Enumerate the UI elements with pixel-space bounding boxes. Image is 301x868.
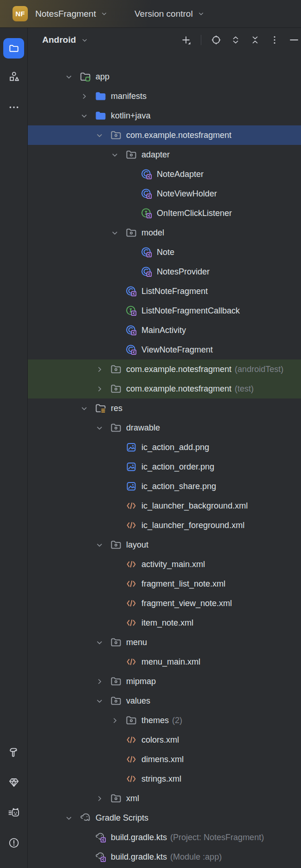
- tree-row[interactable]: manifests: [28, 86, 301, 106]
- tree-row[interactable]: com.example.notesfragment(test): [28, 379, 301, 398]
- tree-row[interactable]: activity_main.xml: [28, 555, 301, 574]
- tool-window-button-app-quality-insights[interactable]: [8, 777, 20, 789]
- tree-item-label: NoteViewHolder: [157, 189, 217, 199]
- tree-row[interactable]: item_note.xml: [28, 613, 301, 633]
- tree-row[interactable]: ListNoteFragment: [28, 281, 301, 301]
- tree-row[interactable]: values: [28, 691, 301, 711]
- tree-row[interactable]: layout: [28, 535, 301, 555]
- tree-row[interactable]: com.example.notesfragment: [28, 125, 301, 145]
- xml-file-icon: [125, 617, 137, 629]
- tree-row[interactable]: menu_main.xml: [28, 652, 301, 672]
- project-folder-icon: [8, 42, 20, 54]
- build-hammer-icon: [8, 746, 20, 758]
- chevron-down-icon[interactable]: [95, 131, 104, 140]
- tree-row[interactable]: com.example.notesfragment(androidTest): [28, 359, 301, 379]
- expand-all-icon: [230, 34, 241, 46]
- project-widget[interactable]: NotesFragment: [32, 6, 110, 22]
- chevron-down-icon[interactable]: [95, 638, 104, 647]
- tree-row[interactable]: Note: [28, 242, 301, 262]
- tree-row[interactable]: ViewNoteFragment: [28, 340, 301, 359]
- tree-row[interactable]: dimens.xml: [28, 750, 301, 769]
- tree-row[interactable]: build.gradle.kts(Project: NotesFragment): [28, 828, 301, 847]
- tree-item-label: NoteAdapter: [157, 170, 204, 179]
- android-studio-window: NF NotesFragment Version control Android: [0, 0, 301, 868]
- chevron-right-icon[interactable]: [95, 365, 104, 374]
- tree-row[interactable]: fragment_list_note.xml: [28, 574, 301, 594]
- chevron-spacer: [110, 774, 119, 783]
- xml-file-icon: [125, 773, 137, 785]
- tree-row[interactable]: NotesProvider: [28, 262, 301, 281]
- chevron-down-icon[interactable]: [110, 228, 119, 237]
- kotlin-interface-icon: [125, 305, 137, 317]
- chevron-down-icon[interactable]: [95, 696, 104, 705]
- chevron-spacer: [110, 735, 119, 744]
- tree-row[interactable]: model: [28, 223, 301, 242]
- tree-row[interactable]: mipmap: [28, 672, 301, 691]
- vcs-widget[interactable]: Version control: [132, 6, 207, 22]
- hide-button[interactable]: [288, 34, 300, 46]
- kotlin-class-icon: [141, 168, 153, 180]
- tree-item-label: ic_action_order.png: [141, 462, 214, 472]
- collapse-all-button[interactable]: [249, 34, 261, 46]
- tree-row[interactable]: kotlin+java: [28, 106, 301, 125]
- tree-row[interactable]: app: [28, 67, 301, 86]
- tree-row[interactable]: Gradle Scripts: [28, 808, 301, 828]
- expand-all-button[interactable]: [230, 34, 242, 46]
- tool-window-button-logcat[interactable]: [8, 807, 20, 819]
- add-button[interactable]: [180, 34, 192, 46]
- chevron-right-icon[interactable]: [110, 716, 119, 725]
- tree-row[interactable]: ListNoteFragmentCallback: [28, 301, 301, 320]
- tree-row[interactable]: drawable: [28, 418, 301, 437]
- chevron-down-icon[interactable]: [64, 72, 73, 81]
- tree-row[interactable]: menu: [28, 633, 301, 652]
- chevron-right-icon[interactable]: [95, 677, 104, 686]
- more-options-button[interactable]: [269, 34, 281, 46]
- tree-item-suffix: (androidTest): [235, 365, 283, 374]
- tree-row[interactable]: xml: [28, 789, 301, 808]
- tree-row[interactable]: MainActivity: [28, 320, 301, 340]
- tree-row[interactable]: themes(2): [28, 711, 301, 730]
- tool-window-button-build[interactable]: [8, 746, 20, 758]
- tree-row[interactable]: build.gradle.kts(Module :app): [28, 847, 301, 867]
- package-icon: [110, 539, 122, 551]
- tree-row[interactable]: ic_launcher_foreground.xml: [28, 516, 301, 535]
- chevron-right-icon[interactable]: [79, 91, 89, 101]
- kotlin-class-icon: [141, 246, 153, 258]
- chevron-down-icon[interactable]: [79, 111, 89, 120]
- tool-window-button-project[interactable]: [3, 38, 24, 59]
- chevron-down-icon[interactable]: [64, 813, 73, 822]
- tree-row[interactable]: ic_action_add.png: [28, 437, 301, 457]
- chevron-spacer: [110, 657, 119, 666]
- tool-window-button-more-tool-windows[interactable]: [8, 101, 20, 113]
- tree-row[interactable]: ic_launcher_background.xml: [28, 496, 301, 516]
- tool-window-button-problems[interactable]: [8, 837, 20, 849]
- tree-row[interactable]: NoteAdapter: [28, 164, 301, 184]
- tree-row[interactable]: res: [28, 398, 301, 418]
- tree-row[interactable]: ic_action_share.png: [28, 476, 301, 496]
- kotlin-class-icon: [141, 266, 153, 278]
- chevron-down-icon[interactable]: [95, 540, 104, 549]
- tree-row[interactable]: ic_action_order.png: [28, 457, 301, 476]
- tool-window-title: Android: [42, 35, 76, 45]
- locate-file-button[interactable]: [210, 34, 222, 46]
- tree-item-label: activity_main.xml: [141, 560, 205, 569]
- chevron-down-icon[interactable]: [110, 150, 119, 159]
- chevron-down-icon[interactable]: [95, 423, 104, 432]
- tool-window-button-resource-manager[interactable]: [8, 71, 20, 83]
- problems-icon: [8, 837, 20, 849]
- tree-item-label: fragment_list_note.xml: [141, 579, 225, 589]
- tree-row[interactable]: NoteViewHolder: [28, 184, 301, 203]
- tree-row[interactable]: fragment_view_note.xml: [28, 594, 301, 613]
- tree-row[interactable]: colors.xml: [28, 730, 301, 750]
- tree-row[interactable]: strings.xml: [28, 769, 301, 789]
- chevron-down-icon[interactable]: [79, 404, 89, 413]
- chevron-right-icon[interactable]: [95, 794, 104, 803]
- tree-item-label: build.gradle.kts: [111, 833, 167, 842]
- image-file-icon: [125, 441, 137, 453]
- chevron-right-icon[interactable]: [95, 384, 104, 393]
- tree-row[interactable]: adapter: [28, 145, 301, 164]
- view-selector-android[interactable]: Android: [41, 33, 89, 47]
- project-logo[interactable]: NF: [13, 6, 28, 21]
- tree-row[interactable]: OnItemClickListener: [28, 203, 301, 223]
- chevron-spacer: [79, 852, 89, 861]
